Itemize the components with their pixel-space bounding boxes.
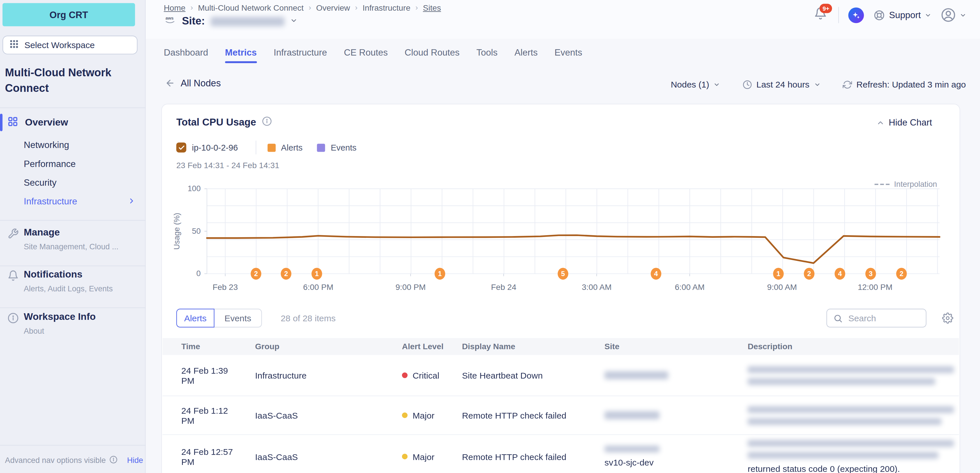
sidebar-item-overview[interactable]: Overview (0, 113, 146, 132)
cell-description-redacted (748, 406, 966, 425)
notifications-bell-button[interactable]: 9+ (814, 7, 829, 23)
search-input[interactable] (847, 313, 918, 324)
info-icon[interactable] (262, 116, 272, 129)
time-range-label: Last 24 hours (757, 79, 810, 89)
aws-logo: aws (164, 15, 176, 27)
svg-text:9:00 AM: 9:00 AM (767, 283, 797, 292)
sidebar-item-notifications[interactable]: Notifications Alerts, Audit Logs, Events (0, 268, 146, 293)
chevron-down-icon (714, 81, 721, 88)
cell-alert-level: Major (402, 451, 462, 462)
alerts-events-toggle: Alerts Events (176, 309, 262, 327)
time-range-dropdown[interactable]: Last 24 hours (743, 78, 821, 91)
svg-text:12:00 PM: 12:00 PM (858, 283, 892, 292)
table-body: 24 Feb 1:39 PM Infrastructure Critical S… (162, 355, 959, 473)
tab-metrics[interactable]: Metrics (225, 48, 256, 57)
svg-text:Feb 23: Feb 23 (213, 283, 238, 292)
support-menu[interactable]: Support (873, 9, 931, 21)
support-label: Support (889, 10, 921, 20)
sidebar-item-manage[interactable]: Manage Site Management, Cloud ... (0, 227, 146, 251)
col-time: Time (181, 342, 255, 351)
ai-assistant-button[interactable] (848, 7, 864, 23)
all-nodes-label: All Nodes (181, 78, 221, 88)
notifications-label: Notifications (24, 268, 145, 280)
tab-dashboard[interactable]: Dashboard (164, 48, 208, 57)
breadcrumb-separator: › (190, 3, 193, 12)
table-row[interactable]: 24 Feb 1:12 PM IaaS-CaaS Major Remote HT… (162, 396, 959, 435)
arrow-left-icon (165, 78, 175, 88)
breadcrumb-item[interactable]: Sites (423, 3, 441, 13)
table-settings-gear-button[interactable] (942, 313, 953, 326)
breadcrumb: Home›Multi-Cloud Network Connect›Overvie… (164, 2, 441, 13)
divider (838, 7, 839, 23)
level-dot (402, 413, 408, 418)
manage-label: Manage (24, 227, 145, 238)
events-legend-swatch (317, 143, 325, 151)
svg-text:aws: aws (165, 16, 173, 21)
user-menu[interactable] (941, 8, 966, 22)
tab-alerts[interactable]: Alerts (514, 48, 538, 57)
hide-chart-button[interactable]: Hide Chart (876, 117, 932, 127)
chevron-down-icon[interactable] (290, 16, 298, 27)
items-count: 28 of 28 items (281, 309, 336, 327)
breadcrumb-separator: › (309, 3, 311, 12)
cell-time: 24 Feb 1:12 PM (181, 405, 255, 425)
user-avatar-icon (941, 8, 956, 22)
site-label: Site: (182, 15, 205, 27)
breadcrumb-item[interactable]: Infrastructure (363, 3, 410, 13)
svg-text:100: 100 (188, 184, 201, 193)
tab-infrastructure[interactable]: Infrastructure (274, 48, 327, 57)
table-row[interactable]: 24 Feb 1:39 PM Infrastructure Critical S… (162, 355, 959, 396)
sidebar-item-security[interactable]: Security (0, 173, 146, 192)
breadcrumb-item[interactable]: Multi-Cloud Network Connect (198, 3, 304, 13)
sidebar-item-workspace-info[interactable]: Workspace Info About (0, 311, 146, 336)
divider (0, 107, 146, 108)
sidebar-overview-label: Overview (25, 117, 68, 128)
alerts-tab-button[interactable]: Alerts (176, 309, 214, 327)
series-legend-label: ip-10-0-2-96 (192, 143, 238, 152)
hide-nav-link[interactable]: Hide (127, 456, 143, 465)
sidebar-item-networking[interactable]: Networking (0, 136, 146, 154)
breadcrumb-separator: › (355, 3, 358, 12)
breadcrumb-item[interactable]: Overview (316, 3, 350, 13)
svg-text:2: 2 (284, 270, 288, 278)
cell-site-redacted (605, 371, 748, 379)
info-icon (110, 456, 118, 465)
svg-text:6:00 AM: 6:00 AM (675, 283, 705, 292)
tab-ce-routes[interactable]: CE Routes (344, 48, 388, 57)
cell-description-redacted (748, 366, 966, 385)
select-workspace-button[interactable]: Select Workspace (3, 36, 138, 54)
col-site: Site (605, 342, 748, 351)
svg-text:3: 3 (869, 270, 873, 278)
notification-count-badge: 9+ (819, 4, 832, 13)
nodes-dropdown[interactable]: Nodes (1) (671, 78, 721, 91)
cell-alert-level: Critical (402, 370, 462, 380)
cpu-usage-chart[interactable]: 050100Usage (%)Feb 236:00 PM9:00 PMFeb 2… (169, 184, 951, 295)
events-legend-label: Events (331, 143, 356, 152)
sidebar-subnav: NetworkingPerformanceSecurityInfrastruct… (0, 136, 146, 210)
alerts-legend-label: Alerts (281, 143, 303, 152)
events-tab-button[interactable]: Events (214, 309, 262, 327)
tab-tools[interactable]: Tools (476, 48, 497, 57)
sidebar-item-performance[interactable]: Performance (0, 154, 146, 173)
grid-dots-icon (10, 40, 19, 51)
tab-events[interactable]: Events (555, 48, 582, 57)
info-icon (8, 313, 19, 326)
series-checkbox[interactable] (176, 143, 186, 152)
sidebar-item-infrastructure[interactable]: Infrastructure (0, 192, 146, 210)
search-box (827, 309, 926, 327)
table-row[interactable]: 24 Feb 12:57 PM IaaS-CaaS Major Remote H… (162, 435, 959, 473)
table-header: Time Group Alert Level Display Name Site… (162, 338, 959, 355)
chevron-down-icon (959, 11, 966, 18)
cell-site-partially-redacted: sv10-sjc-dev (605, 446, 748, 468)
svg-text:4: 4 (654, 270, 658, 278)
breadcrumb-separator: › (415, 3, 418, 12)
sidebar-item-label: Networking (24, 140, 69, 150)
tab-cloud-routes[interactable]: Cloud Routes (405, 48, 460, 57)
back-all-nodes[interactable]: All Nodes (165, 78, 221, 88)
refresh-icon (843, 80, 852, 89)
nodes-dropdown-label: Nodes (1) (671, 79, 709, 89)
cell-time: 24 Feb 12:57 PM (181, 446, 255, 467)
sidebar-item-label: Infrastructure (24, 196, 77, 206)
breadcrumb-item[interactable]: Home (164, 3, 185, 13)
refresh-button[interactable]: Refresh: Updated 3 min ago (843, 78, 966, 91)
